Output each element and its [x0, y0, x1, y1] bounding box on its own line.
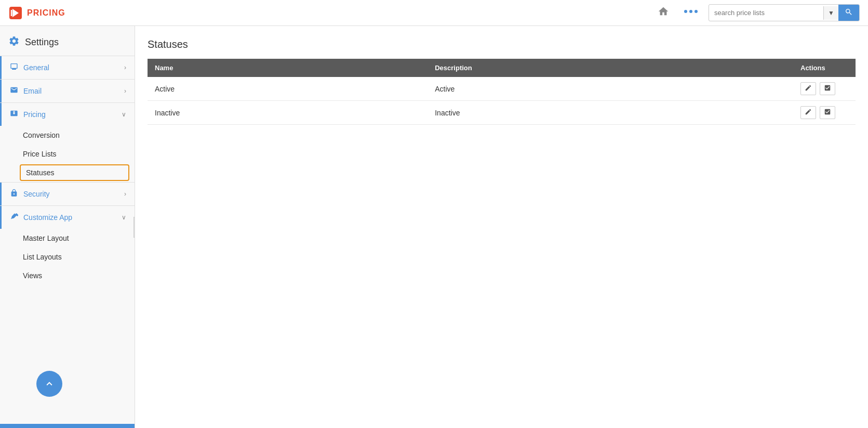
cell-actions-inactive	[793, 101, 856, 125]
page-title: Statuses	[148, 38, 856, 50]
statuses-table: Name Description Actions Active Active	[148, 59, 856, 125]
sidebar-bottom-bar	[0, 424, 135, 428]
main-content: Statuses Name Description Actions Active…	[135, 26, 868, 428]
search-container: ▼	[709, 4, 860, 21]
svg-point-5	[695, 10, 698, 13]
monitor-icon	[10, 62, 18, 73]
lock-icon	[10, 189, 18, 199]
chevron-right-general-icon: ›	[124, 64, 126, 71]
sidebar-item-email[interactable]: Email ›	[0, 80, 135, 102]
app-title: PRICING	[27, 8, 65, 18]
edit-icon	[805, 108, 812, 115]
settings-gear-icon	[8, 35, 20, 49]
cell-actions-active	[793, 77, 856, 101]
sidebar-collapse-toggle[interactable]: ‹	[133, 217, 135, 238]
sidebar-section-title: Settings	[25, 37, 59, 48]
cell-name-inactive: Inactive	[148, 101, 428, 125]
sidebar-item-conversion[interactable]: Conversion	[0, 126, 135, 145]
check-button-inactive[interactable]	[820, 106, 835, 119]
edit-button-active[interactable]	[800, 82, 816, 95]
table-row: Inactive Inactive	[148, 101, 856, 125]
chevron-right-security-icon: ›	[124, 190, 126, 198]
header-right: ▼	[653, 4, 860, 22]
chevron-right-email-icon: ›	[124, 87, 126, 95]
app-layout: Settings General › Email › Pricing	[0, 26, 868, 428]
search-input[interactable]	[709, 6, 823, 20]
email-icon	[10, 86, 18, 96]
more-button[interactable]	[679, 5, 702, 21]
app-logo-icon	[8, 6, 23, 20]
cell-description-inactive: Inactive	[428, 101, 793, 125]
check-button-active[interactable]	[820, 82, 835, 95]
chevron-up-icon	[44, 378, 55, 390]
table-body: Active Active Inactive Inactive	[148, 77, 856, 125]
edit-button-inactive[interactable]	[800, 106, 816, 119]
sidebar-header: Settings	[0, 26, 135, 56]
app-header: PRICING ▼	[0, 0, 868, 26]
chevron-down-pricing-icon: ∨	[122, 111, 126, 118]
table-header-row: Name Description Actions	[148, 59, 856, 77]
home-button[interactable]	[653, 4, 673, 22]
column-header-name: Name	[148, 59, 428, 77]
sidebar-item-price-lists[interactable]: Price Lists	[0, 145, 135, 163]
home-icon	[658, 6, 669, 17]
sidebar-item-general-label: General	[23, 63, 124, 72]
sidebar-item-statuses[interactable]: Statuses	[20, 164, 129, 181]
column-header-description: Description	[428, 59, 793, 77]
sidebar-item-general[interactable]: General ›	[0, 56, 135, 79]
customize-sub-menu: Master Layout List Layouts Views	[0, 229, 135, 285]
svg-point-4	[689, 10, 692, 13]
cell-name-active: Active	[148, 77, 428, 101]
sidebar-item-pricing[interactable]: Pricing ∨	[0, 103, 135, 126]
table-row: Active Active	[148, 77, 856, 101]
customize-icon	[10, 212, 18, 223]
table-header: Name Description Actions	[148, 59, 856, 77]
gear-icon	[8, 35, 20, 47]
sidebar-item-views[interactable]: Views	[0, 266, 135, 285]
column-header-actions: Actions	[793, 59, 856, 77]
logo-area: PRICING	[8, 6, 65, 20]
sidebar-item-customize-app-label: Customize App	[23, 213, 122, 222]
sidebar-item-customize-app[interactable]: Customize App ∨	[0, 206, 135, 229]
cell-description-active: Active	[428, 77, 793, 101]
sidebar-item-list-layouts[interactable]: List Layouts	[0, 248, 135, 266]
search-dropdown-button[interactable]: ▼	[823, 6, 838, 20]
edit-icon	[805, 84, 812, 92]
chevron-down-icon: ▼	[828, 9, 834, 17]
scroll-top-button[interactable]	[36, 371, 62, 397]
sidebar-item-pricing-label: Pricing	[23, 110, 122, 119]
sidebar-item-master-layout[interactable]: Master Layout	[0, 229, 135, 248]
checkbox-icon	[824, 108, 831, 115]
svg-point-3	[684, 10, 687, 13]
more-icon	[684, 7, 698, 16]
chevron-down-customize-icon: ∨	[122, 214, 126, 221]
search-submit-button[interactable]	[838, 5, 859, 21]
checkbox-icon	[824, 84, 831, 92]
sidebar-item-security[interactable]: Security ›	[0, 183, 135, 205]
search-icon	[845, 8, 853, 16]
pricing-sub-menu: Conversion Price Lists Statuses	[0, 126, 135, 182]
sidebar-item-email-label: Email	[23, 87, 124, 95]
sidebar: Settings General › Email › Pricing	[0, 26, 135, 428]
sidebar-item-security-label: Security	[23, 190, 124, 198]
pricing-icon	[10, 109, 18, 120]
